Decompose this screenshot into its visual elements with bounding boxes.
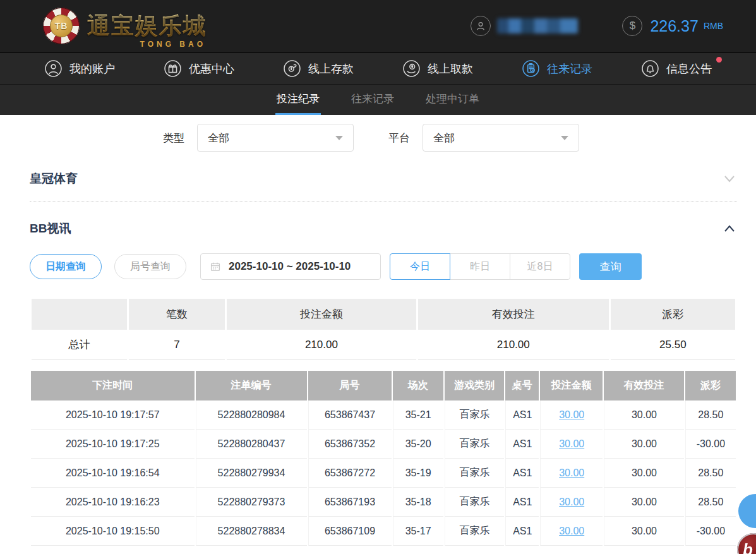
cell-session: 35-20	[393, 430, 443, 459]
logo-text: 通宝娱乐城 TONG BAO	[87, 11, 207, 42]
today-button[interactable]: 今日	[390, 253, 450, 280]
cell-payout: 28.50	[685, 400, 736, 430]
quick-range-group: 今日 昨日 近8日	[390, 253, 570, 280]
summary-count: 7	[129, 330, 225, 360]
cell-time: 2025-10-10 19:16:23	[31, 488, 195, 517]
cell-game-type: 百家乐	[445, 430, 505, 459]
nav-label: 往来记录	[547, 61, 592, 76]
notification-dot	[716, 57, 722, 63]
summary-total-label: 总计	[32, 330, 127, 360]
date-query-button[interactable]: 日期查询	[30, 254, 102, 279]
withdraw-coin-hand-icon	[402, 59, 421, 78]
filter-row: 类型 全部 平台 全部	[30, 124, 737, 152]
summary-header-bet-amount: 投注金额	[227, 299, 416, 330]
col-header-valid-bet: 有效投注	[604, 371, 684, 400]
cell-bet-amount: 30.00	[540, 400, 603, 430]
platform-filter-label: 平台	[388, 131, 410, 145]
cell-session: 35-18	[393, 488, 443, 517]
platform-select[interactable]: 全部	[423, 124, 579, 152]
date-range-input[interactable]: 2025-10-10 ~ 2025-10-10	[200, 253, 381, 280]
cell-round-no: 653867352	[308, 430, 392, 459]
section-bb-live: BB视讯	[30, 220, 737, 237]
balance-amount: 226.37	[650, 17, 698, 35]
bet-amount-link[interactable]: 30.00	[559, 526, 584, 536]
summary-table: 笔数 投注金额 有效投注 派彩 总计 7 210.00 210.00 25.50	[30, 299, 737, 360]
nav-label: 优惠中心	[189, 61, 234, 76]
summary-valid-bet: 210.00	[418, 330, 609, 360]
cell-round-no: 653867437	[308, 400, 392, 430]
nav-item-withdraw[interactable]: 线上取款	[402, 59, 473, 78]
chevron-down-icon	[335, 136, 343, 140]
section-title: BB视讯	[30, 220, 71, 237]
cell-round-no: 653867109	[308, 517, 392, 546]
type-filter-label: 类型	[163, 131, 184, 145]
tab-transaction-records[interactable]: 往来记录	[350, 85, 395, 115]
table-row: 2025-10-10 19:17:57522880280984653867437…	[31, 400, 736, 430]
bell-icon	[641, 59, 659, 78]
logo-subtitle: TONG BAO	[140, 40, 206, 49]
cell-session: 35-19	[393, 459, 443, 488]
nav-label: 线上取款	[428, 61, 473, 76]
user-icon	[44, 59, 63, 78]
deposit-coin-hand-icon	[283, 59, 301, 78]
tab-bet-records[interactable]: 投注纪录	[275, 85, 321, 115]
yesterday-button[interactable]: 昨日	[450, 253, 510, 280]
cell-table-no: AS1	[505, 517, 539, 546]
header-right: $ 226.37 RMB	[471, 16, 723, 36]
bet-table-body: 2025-10-10 19:17:57522880280984653867437…	[31, 400, 736, 546]
query-controls: 日期查询 局号查询 2025-10-10 ~ 2025-10-10 今日 昨日 …	[30, 253, 737, 280]
clipboard-clock-icon	[522, 59, 540, 78]
col-header-bet-amount: 投注金额	[540, 371, 603, 400]
search-button[interactable]: 查询	[579, 253, 642, 280]
site-logo[interactable]: TB 通宝娱乐城 TONG BAO	[43, 8, 207, 44]
nav-item-deposit[interactable]: 线上存款	[283, 59, 354, 78]
user-avatar-icon	[471, 16, 491, 36]
gift-icon	[164, 59, 182, 78]
nav-item-transaction-records[interactable]: 往来记录	[522, 59, 592, 78]
type-select[interactable]: 全部	[197, 124, 354, 152]
cell-round-no: 653867272	[308, 459, 392, 488]
section-divider	[30, 201, 737, 202]
summary-total-row: 总计 7 210.00 210.00 25.50	[32, 330, 735, 360]
bet-amount-link[interactable]: 30.00	[559, 467, 584, 478]
cell-table-no: AS1	[505, 488, 539, 517]
cell-valid-bet: 30.00	[604, 400, 684, 430]
type-select-value: 全部	[208, 131, 229, 145]
cell-table-no: AS1	[505, 430, 539, 459]
cell-game-type: 百家乐	[445, 488, 505, 517]
balance-display[interactable]: $ 226.37 RMB	[622, 16, 723, 36]
cell-bet-amount: 30.00	[540, 430, 603, 459]
cell-bet-amount: 30.00	[540, 517, 603, 546]
cell-order-no: 522880280437	[196, 430, 307, 459]
user-account[interactable]	[471, 16, 578, 36]
cell-order-no: 522880279373	[196, 488, 307, 517]
cell-time: 2025-10-10 19:16:54	[31, 459, 195, 488]
cell-time: 2025-10-10 19:17:57	[31, 400, 195, 430]
cell-order-no: 522880278834	[196, 517, 307, 546]
table-row: 2025-10-10 19:15:50522880278834653867109…	[31, 517, 736, 546]
nav-item-announcements[interactable]: 信息公告	[641, 59, 712, 78]
cell-payout: -30.00	[685, 517, 736, 546]
chevron-down-icon[interactable]	[722, 171, 737, 186]
cell-valid-bet: 30.00	[604, 459, 684, 488]
bet-amount-link[interactable]: 30.00	[559, 497, 584, 507]
last-8-days-button[interactable]: 近8日	[510, 253, 570, 280]
cell-payout: 28.50	[685, 488, 736, 517]
cell-order-no: 522880279934	[196, 459, 307, 488]
top-header: TB 通宝娱乐城 TONG BAO $ 226.37 RMB	[0, 0, 756, 52]
round-query-button[interactable]: 局号查询	[114, 254, 186, 279]
summary-header-payout: 派彩	[611, 299, 735, 330]
chip-monogram: TB	[50, 15, 73, 37]
bet-amount-link[interactable]: 30.00	[559, 438, 584, 449]
nav-label: 我的账户	[69, 61, 115, 76]
bet-amount-link[interactable]: 30.00	[559, 409, 584, 420]
chevron-up-icon[interactable]	[722, 221, 737, 236]
bet-records-table: 下注时间注单编号局号场次游戏类别桌号投注金额有效投注派彩 2025-10-10 …	[30, 371, 737, 546]
bet-table-header-row: 下注时间注单编号局号场次游戏类别桌号投注金额有效投注派彩	[31, 371, 736, 400]
nav-item-promotions[interactable]: 优惠中心	[164, 59, 234, 78]
col-header-round-no: 局号	[308, 371, 392, 400]
nav-item-my-account[interactable]: 我的账户	[44, 59, 115, 78]
nav-label: 线上存款	[308, 61, 354, 76]
col-header-game-type: 游戏类别	[445, 371, 505, 400]
tab-pending-orders[interactable]: 处理中订单	[424, 85, 481, 115]
